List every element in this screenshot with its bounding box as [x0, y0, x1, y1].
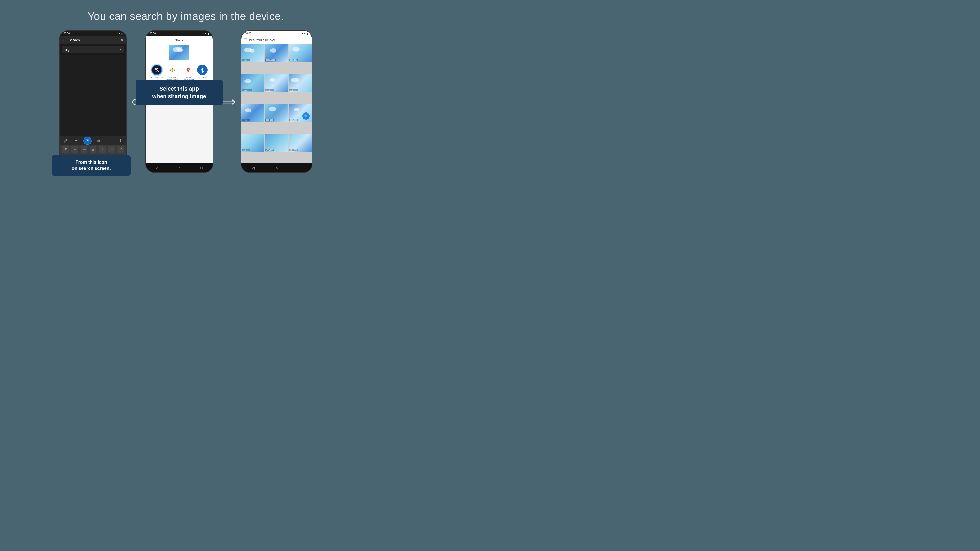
phone1-copy-toolbar-icon[interactable]: ⧉	[95, 137, 103, 145]
phone3-menu-icon[interactable]: ☰	[244, 38, 247, 42]
grid-cell-2[interactable]: 2000x1217	[265, 44, 288, 62]
phone1-keyboard-toolbar: 🎤 〜 ⧉ ··· 🎙	[60, 136, 126, 145]
phone1-top-bar: ← Search ✕	[60, 36, 126, 44]
phone3-nav-recents[interactable]: □	[299, 166, 301, 170]
phone1-back-icon[interactable]: ←	[62, 38, 66, 42]
phone1-battery-icon: ▮	[121, 32, 123, 35]
phone3-nav-back[interactable]: ◁	[252, 166, 255, 170]
svg-point-2	[88, 140, 89, 140]
phone2-photos-icon	[167, 65, 178, 75]
grid-cell-12-label: 601x200	[289, 149, 298, 151]
phone1-status-bar: 00:00 ▲▲ ▮	[60, 30, 126, 36]
phone1-search-label: Search	[68, 38, 119, 42]
phone1-mic2-toolbar-icon[interactable]: 🎙	[117, 137, 125, 145]
phone2-wrapper: 00:00 ▲▲ ▮ Share	[145, 30, 213, 173]
phone2-bluetooth-icon	[197, 65, 208, 75]
svg-point-12	[170, 68, 172, 70]
grid-cell-5[interactable]: 508x339	[265, 74, 288, 92]
grid-cell-8[interactable]: 322x200	[265, 104, 288, 122]
phone1-key-mic-small[interactable]: 🎤	[118, 146, 124, 153]
phone1-key-settings[interactable]: ⚙	[99, 146, 106, 153]
phone1-dots-toolbar-icon[interactable]: ···	[106, 137, 114, 145]
phone2-imagesearch-label: ImageSearch	[151, 76, 163, 79]
grid-cell-10-label: 800x534	[242, 149, 250, 151]
svg-point-10	[172, 71, 173, 72]
grid-cell-6-label: 910x607	[289, 89, 298, 91]
phone1-image-search-toolbar-icon[interactable]	[83, 137, 92, 145]
phone3: 00:00 ▲▲ ▮ ☰ beautiful blue sky 612x408	[241, 30, 312, 173]
grid-cell-3[interactable]: 800x451	[289, 44, 312, 62]
grid-cell-9[interactable]: 322x200 🔍	[289, 104, 312, 122]
phone1-text-field[interactable]: sky ✕	[62, 46, 124, 53]
grid-cell-6[interactable]: 910x607	[289, 74, 312, 92]
phone1-key-gif[interactable]: GIF	[81, 146, 87, 153]
phone2-app-imagesearch[interactable]: ImageSearch	[151, 65, 163, 81]
svg-point-6	[172, 69, 173, 71]
phone1-key-backspace[interactable]: ⌫	[62, 146, 69, 153]
phone2-tooltip: Select this app when sharing image	[136, 80, 223, 105]
svg-point-11	[170, 70, 172, 71]
phone3-time: 00:00	[245, 32, 251, 35]
phone3-search-query: beautiful blue sky	[249, 38, 275, 42]
phone2-imagesearch-icon	[151, 65, 162, 75]
phone3-wrapper: 00:00 ▲▲ ▮ ☰ beautiful blue sky 612x408	[241, 30, 312, 173]
phone2-status-bar: 00:00 ▲▲ ▮	[146, 30, 213, 36]
phone1-key-delete[interactable]: 🗑	[90, 146, 97, 153]
grid-cell-1[interactable]: 612x408	[242, 44, 265, 62]
phone1-trend-toolbar-icon[interactable]: 〜	[73, 137, 81, 145]
phone2-battery-icon: ▮	[208, 32, 209, 35]
grid-cell-4[interactable]: 1500x1125	[242, 74, 265, 92]
grid-cell-7[interactable]: 600x600	[242, 104, 265, 122]
phone1-tooltip-line2: on search screen.	[57, 165, 126, 171]
phone2-app-maps[interactable]: MapsAdd to Maps	[183, 65, 194, 81]
phone3-nav-bar: ◁ ○ □	[242, 163, 312, 172]
phone2-bluetooth-label: Bluetooth	[198, 76, 207, 79]
phone1-keyboard-row1: ⌫ ⧉ GIF 🗑 ⚙ ··· 🎤	[60, 145, 126, 154]
phone2-time: 00:00	[150, 32, 156, 35]
phone2-share-title: Share	[146, 36, 213, 44]
phone1-close-icon[interactable]: ✕	[121, 38, 124, 42]
phone3-wifi-icon: ▲▲	[301, 32, 306, 35]
phone2-nav-bar: ◁ ○ □	[146, 163, 213, 172]
phone2-maps-icon	[183, 65, 193, 75]
grid-cell-4-label: 1500x1125	[242, 89, 252, 91]
svg-point-13	[188, 68, 189, 70]
phone2-nav-home[interactable]: ○	[178, 166, 180, 170]
phone3-battery-icon: ▮	[307, 32, 308, 35]
phone1-text-value: sky	[64, 48, 69, 52]
phones-container: 00:00 ▲▲ ▮ ← Search ✕ sky ✕ 🎤	[0, 30, 372, 173]
grid-cell-1-label: 612x408	[242, 59, 250, 61]
svg-point-5	[156, 68, 157, 70]
svg-point-8	[173, 68, 175, 70]
phone1-clear-icon[interactable]: ✕	[119, 48, 122, 52]
svg-point-9	[173, 70, 175, 71]
phone1-key-dots[interactable]: ···	[108, 146, 115, 153]
phone1-spacer	[60, 56, 126, 136]
grid-cell-10[interactable]: 800x534	[242, 134, 265, 152]
grid-cell-2-label: 2000x1217	[266, 59, 276, 61]
phone1: 00:00 ▲▲ ▮ ← Search ✕ sky ✕ 🎤	[59, 30, 127, 173]
page-title: You can search by images in the device.	[88, 10, 284, 22]
phone1-wifi-icon: ▲▲	[116, 32, 121, 35]
svg-point-1	[87, 140, 88, 141]
grid-cell-7-label: 600x600	[242, 119, 250, 121]
svg-point-7	[172, 68, 173, 69]
phone1-tooltip: From this icon on search screen.	[52, 156, 130, 176]
phone3-search-fab[interactable]: 🔍	[302, 113, 310, 120]
phone2-nav-recents[interactable]: □	[200, 166, 202, 170]
phone3-status-bar: 00:00 ▲▲ ▮	[242, 30, 312, 36]
phone2-tooltip-line1: Select this app	[143, 85, 215, 93]
grid-cell-3-label: 800x451	[289, 59, 298, 61]
phone1-key-clipboard[interactable]: ⧉	[72, 146, 78, 153]
phone3-image-grid: 612x408 2000x1217 800x451 1500x1125 508x…	[242, 44, 312, 163]
phone1-wrapper: 00:00 ▲▲ ▮ ← Search ✕ sky ✕ 🎤	[59, 30, 127, 173]
grid-cell-11[interactable]: 450x200	[265, 134, 288, 152]
grid-cell-12[interactable]: 601x200	[289, 134, 312, 152]
phone3-nav-home[interactable]: ○	[276, 166, 278, 170]
phone2-app-photos[interactable]: PhotosUpload to Ph...	[166, 65, 180, 81]
phone1-mic-toolbar-icon[interactable]: 🎤	[61, 137, 69, 145]
phone2-app-bluetooth[interactable]: Bluetooth	[197, 65, 208, 81]
phone2-wifi-icon: ▲▲	[202, 32, 207, 35]
phone2-nav-back[interactable]: ◁	[156, 166, 159, 170]
grid-cell-8-label: 322x200	[266, 119, 274, 121]
